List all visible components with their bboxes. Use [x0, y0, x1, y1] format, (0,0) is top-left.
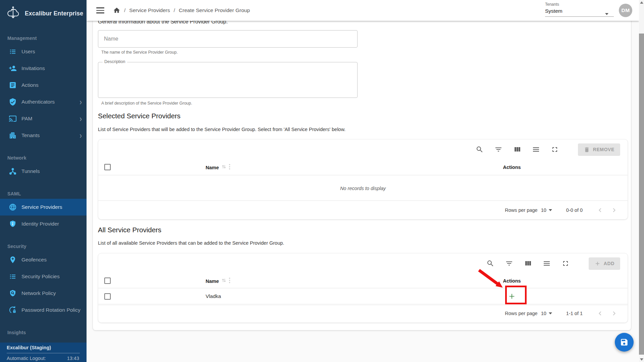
- remove-button[interactable]: REMOVE: [578, 143, 620, 156]
- name-helper-text: The name of the Service Provider Group.: [101, 50, 178, 55]
- columns-icon[interactable]: [524, 259, 532, 267]
- building-icon: [9, 131, 17, 139]
- section-label-insights: Insights: [0, 327, 87, 338]
- next-page-icon[interactable]: [610, 206, 618, 214]
- sidebar-footer: Excalibur (Staging) Automatic Logout: 13…: [0, 343, 87, 362]
- section-label-saml: SAML: [0, 189, 87, 199]
- table-header-row: Name Actions: [98, 274, 628, 288]
- excalibur-cloud-sword-logo-icon: [5, 6, 21, 21]
- app-logo-row: Excalibur Enterprise: [0, 0, 87, 27]
- chevron-right-icon: ›: [79, 114, 82, 123]
- sidebar-item-service-providers[interactable]: Service Providers: [0, 199, 87, 216]
- scrollbar: [639, 0, 644, 362]
- app-root: Excalibur Enterprise Management Users In…: [0, 0, 644, 362]
- column-menu-icon[interactable]: [229, 164, 230, 171]
- empty-table-message: No records to display: [98, 175, 628, 201]
- section-label-security: Security: [0, 241, 87, 251]
- row-checkbox[interactable]: [104, 293, 111, 300]
- environment-name: Excalibur (Staging): [7, 345, 80, 353]
- previous-page-icon[interactable]: [596, 309, 604, 317]
- save-fab-button[interactable]: [615, 333, 634, 352]
- pagination-range: 1-1 of 1: [566, 311, 583, 316]
- previous-page-icon[interactable]: [596, 206, 604, 214]
- sidebar-item-tenants[interactable]: Tenants ›: [0, 127, 87, 144]
- shield-info-icon: [9, 220, 17, 228]
- description-label: Description: [103, 59, 127, 64]
- add-button[interactable]: ADD: [589, 257, 620, 270]
- table-toolbar: ADD: [98, 253, 628, 274]
- sort-icon[interactable]: [221, 278, 227, 285]
- save-icon: [620, 338, 629, 347]
- sidebar-item-authenticators[interactable]: Authenticators ›: [0, 94, 87, 110]
- chevron-down-icon: [549, 312, 552, 314]
- sidebar-item-actions[interactable]: Actions: [0, 77, 87, 94]
- rows-per-page-label: Rows per page: [505, 311, 538, 316]
- scroll-up-icon[interactable]: [640, 1, 643, 4]
- description-helper-text: A brief description of the Service Provi…: [101, 101, 192, 106]
- sidebar-item-identity-provider[interactable]: Identity Provider: [0, 216, 87, 232]
- select-all-checkbox[interactable]: [104, 164, 111, 170]
- globe-icon: [9, 203, 17, 211]
- rows-per-page-select[interactable]: 10: [541, 311, 552, 316]
- filter-icon[interactable]: [494, 145, 502, 154]
- column-header-name[interactable]: Name: [206, 165, 219, 170]
- breadcrumb-separator: /: [124, 7, 125, 13]
- description-input[interactable]: [98, 62, 357, 98]
- person-add-icon: [9, 64, 17, 72]
- density-icon[interactable]: [543, 259, 551, 267]
- sort-icon[interactable]: [221, 164, 227, 171]
- column-header-actions: Actions: [503, 165, 521, 170]
- chevron-right-icon: ›: [79, 131, 82, 140]
- menu-icon[interactable]: [96, 7, 104, 13]
- columns-icon[interactable]: [513, 145, 521, 154]
- breadcrumb-item-service-providers[interactable]: Service Providers: [129, 7, 170, 13]
- density-icon[interactable]: [532, 145, 540, 154]
- content-card: General information about the Service Pr…: [93, 0, 631, 330]
- annotation-arrow: [475, 267, 509, 294]
- chevron-down-icon: [549, 209, 552, 211]
- scroll-down-icon[interactable]: [640, 358, 643, 361]
- name-field: [98, 30, 358, 48]
- row-name-cell: Vladka: [206, 293, 221, 299]
- search-icon[interactable]: [486, 259, 494, 267]
- sidebar-item-network-policy[interactable]: Network Policy: [0, 285, 87, 302]
- select-all-checkbox[interactable]: [104, 278, 111, 284]
- plus-icon: [594, 260, 601, 267]
- home-icon[interactable]: [113, 7, 120, 14]
- sidebar-item-label: Authenticators: [21, 99, 55, 105]
- trash-icon: [584, 146, 590, 153]
- sidebar-item-security-policies[interactable]: Security Policies: [0, 268, 87, 285]
- sidebar-item-geofences[interactable]: Geofences: [0, 251, 87, 268]
- sidebar-item-password-rotation-policy[interactable]: Password Rotation Policy: [0, 302, 87, 318]
- column-header-name[interactable]: Name: [206, 279, 219, 284]
- column-menu-icon[interactable]: [229, 278, 230, 285]
- fullscreen-icon[interactable]: [561, 259, 570, 267]
- rows-per-page-label: Rows per page: [505, 207, 538, 213]
- tenant-select-label: Tenants: [545, 2, 614, 7]
- sidebar-item-tunnels[interactable]: Tunnels: [0, 163, 87, 180]
- scrollbar-thumb[interactable]: [639, 34, 644, 355]
- breadcrumb-item-create-group: Create Service Provider Group: [179, 7, 250, 13]
- list-icon: [9, 273, 17, 281]
- all-providers-table: ADD Name Actions Vladka Rows: [98, 253, 628, 323]
- selected-providers-title: Selected Service Providers: [98, 112, 180, 120]
- search-icon[interactable]: [476, 145, 484, 154]
- selected-providers-table: REMOVE Name Actions No records to displa…: [98, 139, 628, 220]
- sidebar-item-pam[interactable]: PAM ›: [0, 110, 87, 127]
- sidebar-item-invitations[interactable]: Invitations: [0, 60, 87, 77]
- name-input[interactable]: [98, 31, 357, 47]
- table-pagination: Rows per page 10 1-1 of 1: [98, 304, 628, 322]
- avatar[interactable]: DM: [619, 4, 632, 17]
- all-providers-subtitle: List of all available Service Providers …: [98, 240, 284, 246]
- pagination-range: 0-0 of 0: [566, 207, 583, 213]
- table-pagination: Rows per page 10 0-0 of 0: [98, 200, 628, 219]
- tenant-select[interactable]: Tenants System: [545, 2, 614, 17]
- fullscreen-icon[interactable]: [551, 145, 559, 154]
- sidebar-item-users[interactable]: Users: [0, 43, 87, 60]
- automatic-logout-timer: 13:43: [67, 356, 79, 361]
- selected-providers-subtitle: List of Service Providers that will be a…: [98, 127, 345, 132]
- rows-per-page-select[interactable]: 10: [541, 207, 552, 213]
- filter-icon[interactable]: [505, 259, 513, 267]
- shield-check-icon: [9, 98, 17, 106]
- next-page-icon[interactable]: [610, 309, 618, 317]
